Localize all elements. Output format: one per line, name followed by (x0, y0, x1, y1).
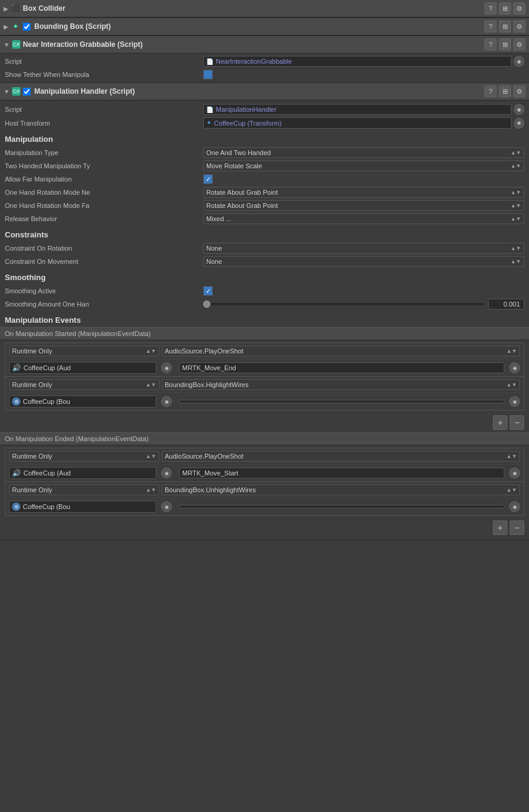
allow-far-manipulation-checkbox[interactable]: ✓ (203, 174, 213, 184)
manipulation-handler-settings-btn[interactable]: ⚙ (513, 85, 525, 97)
ended-row1-obj[interactable]: 🔊 CoffeeCup (Aud (9, 467, 156, 479)
constraint-movement-row: Constraint On Movement None ▲▼ (0, 255, 529, 268)
mh-script-row: Script 📄 ManipulationHandler ◉ (0, 103, 529, 116)
started-row2-dropdown-text: Runtime Only (12, 381, 52, 388)
smoothing-amount-slider-track[interactable] (203, 303, 485, 305)
started-row2-func[interactable] (179, 400, 504, 403)
one-hand-near-value: Rotate About Grab Point ▲▼ (203, 187, 524, 198)
box-collider-settings-btn[interactable]: ⚙ (513, 2, 525, 14)
near-interaction-expand-btn[interactable]: ⊞ (499, 38, 511, 50)
constraint-rotation-value: None ▲▼ (203, 243, 524, 254)
manipulation-started-row2: Runtime Only ▲▼ BoundingBox.HighlightWir… (5, 377, 524, 393)
ended-row1-obj-text: CoffeeCup (Aud (23, 469, 71, 477)
started-row2-func-select[interactable]: BoundingBox.HighlightWires ▲▼ (162, 379, 520, 390)
started-row1-dropdown[interactable]: Runtime Only ▲▼ (9, 346, 159, 356)
constraint-rotation-select[interactable]: None ▲▼ (203, 243, 524, 254)
near-interaction-component: ▼ C# Near Interaction Grabbable (Script)… (0, 36, 529, 83)
started-row2-obj-dot-btn[interactable]: ◉ (161, 396, 172, 407)
two-handed-type-label: Two Handed Manipulation Ty (5, 162, 203, 169)
bounding-box-toggle[interactable] (23, 23, 31, 31)
started-row2-obj[interactable]: ⚙ CoffeeCup (Bou (9, 395, 156, 408)
release-behavior-select[interactable]: Mixed ... ▲▼ (203, 213, 524, 224)
bounding-box-arrow[interactable]: ▶ (4, 23, 8, 30)
manipulation-type-select[interactable]: One And Two Handed ▲▼ (203, 147, 524, 158)
manipulation-handler-expand-btn[interactable]: ⊞ (499, 85, 511, 97)
manipulation-type-value: One And Two Handed ▲▼ (203, 147, 524, 158)
smoothing-section-header: Smoothing (0, 268, 529, 284)
started-row1-dropdown-text: Runtime Only (12, 347, 52, 355)
manipulation-ended-add-btn[interactable]: + (493, 520, 507, 535)
started-row1-obj-dot-btn[interactable]: ◉ (161, 362, 172, 373)
box-collider-arrow[interactable]: ▶ (4, 5, 8, 12)
box-collider-title: Box Collider (23, 4, 485, 13)
ended-row2-dropdown[interactable]: Runtime Only ▲▼ (9, 484, 159, 495)
started-row1-func-dot-btn[interactable]: ◉ (509, 362, 520, 373)
manipulation-ended-obj-row2: ⚙ CoffeeCup (Bou ◉ ◉ (5, 498, 524, 515)
manipulation-started-actions: + − (0, 413, 529, 432)
one-hand-near-select[interactable]: Rotate About Grab Point ▲▼ (203, 187, 524, 198)
manipulation-started-obj-row2: ⚙ CoffeeCup (Bou ◉ ◉ (5, 393, 524, 410)
ended-row1-func-select[interactable]: AudioSource.PlayOneShot ▲▼ (162, 451, 520, 462)
near-interaction-script-dot-btn[interactable]: ◉ (514, 56, 524, 67)
ended-row1-func[interactable]: MRTK_Move_Start (179, 468, 504, 478)
box-collider-component: ▶ ⬛ Box Collider ? ⊞ ⚙ (0, 0, 529, 18)
started-row2-dropdown[interactable]: Runtime Only ▲▼ (9, 379, 159, 390)
bounding-box-header-buttons: ? ⊞ ⚙ (485, 20, 525, 32)
mh-host-transform-dot-btn[interactable]: ◉ (514, 118, 524, 129)
one-hand-near-row: One Hand Rotation Mode Ne Rotate About G… (0, 186, 529, 199)
ended-row1-func-dot-btn[interactable]: ◉ (509, 468, 520, 478)
smoothing-amount-slider-value[interactable]: 0.001 (488, 299, 524, 310)
bounding-box-settings-btn[interactable]: ⚙ (513, 20, 525, 32)
two-handed-type-select[interactable]: Move Rotate Scale ▲▼ (203, 160, 524, 171)
started-row2-func-dot-btn[interactable]: ◉ (509, 396, 520, 407)
smoothing-active-checkbox[interactable]: ✓ (203, 286, 213, 296)
manipulation-handler-arrow[interactable]: ▼ (4, 88, 10, 95)
manipulation-started-label: On Manipulation Started (ManipulationEve… (0, 327, 529, 340)
box-collider-header: ▶ ⬛ Box Collider ? ⊞ ⚙ (0, 0, 529, 17)
manipulation-started-row1: Runtime Only ▲▼ AudioSource.PlayOneShot … (5, 343, 524, 359)
manipulation-handler-help-btn[interactable]: ? (485, 85, 497, 97)
started-row2-dropdown-arrow: ▲▼ (145, 382, 156, 388)
ended-row1-dropdown[interactable]: Runtime Only ▲▼ (9, 451, 159, 462)
box-collider-expand-btn[interactable]: ⊞ (499, 2, 511, 14)
manipulation-ended-remove-btn[interactable]: − (510, 520, 524, 535)
mh-host-transform-field[interactable]: ✦ CoffeeCup (Transform) (203, 117, 512, 129)
constraint-rotation-text: None (206, 245, 222, 252)
one-hand-far-text: Rotate About Grab Point (206, 202, 278, 209)
smoothing-amount-slider-thumb[interactable] (203, 301, 210, 308)
ended-row1-func-value: MRTK_Move_Start (182, 469, 238, 477)
box-collider-header-buttons: ? ⊞ ⚙ (485, 2, 525, 14)
bounding-box-expand-btn[interactable]: ⊞ (499, 20, 511, 32)
near-interaction-tether-checkbox[interactable] (203, 70, 213, 79)
manipulation-started-block: Runtime Only ▲▼ AudioSource.PlayOneShot … (5, 343, 524, 411)
manipulation-started-obj-row1: 🔊 CoffeeCup (Aud ◉ MRTK_Move_End ◉ (5, 359, 524, 377)
constraint-movement-select[interactable]: None ▲▼ (203, 256, 524, 267)
ended-row2-func[interactable] (179, 505, 504, 508)
manipulation-ended-block: Runtime Only ▲▼ AudioSource.PlayOneShot … (5, 448, 524, 516)
mh-script-dot-btn[interactable]: ◉ (514, 104, 524, 115)
ended-row2-func-dot-btn[interactable]: ◉ (509, 501, 520, 512)
ended-row2-func-select[interactable]: BoundingBox.UnhighlightWires ▲▼ (162, 484, 520, 495)
bounding-box-help-btn[interactable]: ? (485, 20, 497, 32)
started-row1-func[interactable]: MRTK_Move_End (179, 362, 504, 373)
ended-row1-obj-dot-btn[interactable]: ◉ (161, 468, 172, 478)
near-interaction-settings-btn[interactable]: ⚙ (513, 38, 525, 50)
near-interaction-script-field[interactable]: 📄 NearInteractionGrabbable (203, 56, 512, 67)
started-row1-obj[interactable]: 🔊 CoffeeCup (Aud (9, 362, 156, 374)
started-row1-func-text: AudioSource.PlayOneShot (165, 347, 243, 355)
manipulation-ended-actions: + − (0, 518, 529, 537)
near-interaction-help-btn[interactable]: ? (485, 38, 497, 50)
manipulation-started-add-btn[interactable]: + (493, 415, 507, 430)
one-hand-far-select[interactable]: Rotate About Grab Point ▲▼ (203, 200, 524, 211)
manipulation-ended-row2: Runtime Only ▲▼ BoundingBox.UnhighlightW… (5, 482, 524, 498)
near-interaction-arrow[interactable]: ▼ (4, 41, 10, 48)
box-collider-help-btn[interactable]: ? (485, 2, 497, 14)
manipulation-handler-toggle[interactable] (23, 88, 31, 96)
constraint-rotation-arrow-icon: ▲▼ (510, 245, 521, 251)
ended-row2-obj[interactable]: ⚙ CoffeeCup (Bou (9, 501, 156, 513)
ended-row2-dropdown-text: Runtime Only (12, 486, 52, 493)
mh-script-field[interactable]: 📄 ManipulationHandler (203, 104, 512, 115)
started-row1-func-select[interactable]: AudioSource.PlayOneShot ▲▼ (162, 346, 520, 356)
ended-row2-obj-dot-btn[interactable]: ◉ (161, 501, 172, 512)
manipulation-started-remove-btn[interactable]: − (510, 415, 524, 430)
